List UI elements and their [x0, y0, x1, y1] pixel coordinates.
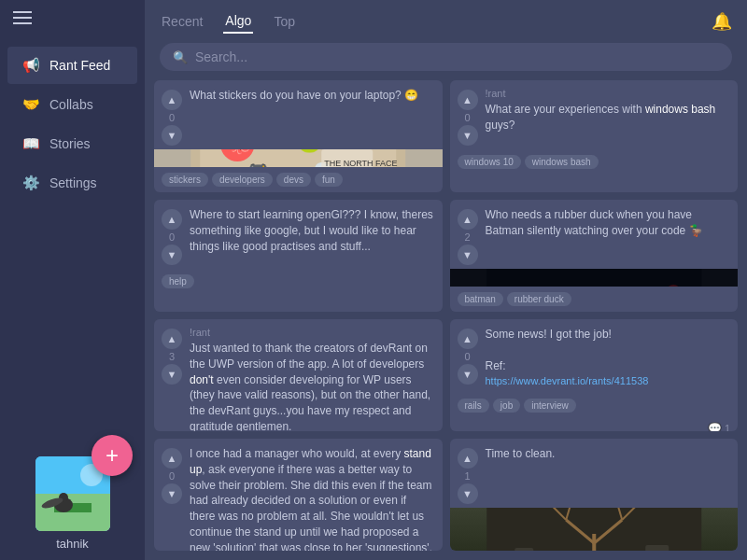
post-text: What stickers do you have on your laptop…	[190, 88, 435, 104]
vote-down-button[interactable]: ▼	[162, 364, 182, 385]
vote-up-button[interactable]: ▲	[458, 209, 478, 230]
post-header: ▲ 0 ▼ I once had a manager who would, at…	[154, 439, 443, 551]
post-image-batman	[450, 269, 739, 287]
post-image-laptop: 🐙 🔥 🐸 🌀 🎮 🦊 💀 🤖 THE NORTH FACE STARTER	[154, 149, 443, 167]
svg-rect-44	[514, 548, 533, 551]
tag[interactable]: interview	[524, 399, 575, 413]
post-content: Time to clean.	[486, 446, 731, 462]
vote-count: 3	[164, 351, 179, 362]
sidebar-item-stories[interactable]: 📖 Stories	[7, 125, 137, 162]
vote-count: 0	[460, 112, 475, 123]
tab-algo[interactable]: Algo	[223, 9, 253, 34]
tag[interactable]: fun	[315, 173, 343, 187]
post-header: ▲ 0 ▼ Where to start learning openGl??? …	[154, 200, 443, 269]
vote-col: ▲ 0 ▼	[458, 88, 478, 146]
tag[interactable]: help	[162, 274, 194, 288]
comment-icon: 💬	[708, 422, 722, 431]
post-header: ▲ 3 ▼ !rant Just wanted to thank the cre…	[154, 319, 443, 431]
settings-icon: ⚙️	[22, 175, 40, 191]
posts-grid: ▲ 0 ▼ What stickers do you have on your …	[145, 80, 747, 560]
sidebar-item-settings[interactable]: ⚙️ Settings	[7, 164, 137, 202]
tab-recent[interactable]: Recent	[160, 10, 204, 33]
post-content: !rant What are your experiences with win…	[486, 88, 731, 133]
tag[interactable]: stickers	[162, 173, 208, 187]
fab-button[interactable]: +	[92, 435, 133, 476]
tab-top[interactable]: Top	[272, 10, 297, 33]
post-content: What stickers do you have on your laptop…	[190, 88, 435, 104]
vote-down-button[interactable]: ▼	[162, 245, 182, 265]
post-card: ▲ 0 ▼ Where to start learning openGl??? …	[154, 200, 443, 312]
tag[interactable]: developers	[212, 173, 273, 187]
sidebar-header	[0, 0, 145, 35]
vote-down-button[interactable]: ▼	[458, 483, 478, 504]
post-author: !rant	[190, 327, 435, 338]
sidebar-item-collabs[interactable]: 🤝 Collabs	[7, 86, 137, 123]
vote-count: 0	[164, 231, 179, 243]
comment-value: 1	[725, 423, 730, 431]
post-header: ▲ 1 ▼ Time to clean.	[450, 439, 739, 508]
sidebar-item-label: Settings	[49, 175, 97, 190]
vote-up-button[interactable]: ▲	[162, 209, 182, 230]
vote-col: ▲ 2 ▼	[458, 207, 478, 265]
vote-col: ▲ 0 ▼	[162, 446, 182, 504]
post-text: Who needs a rubber duck when you have Ba…	[486, 207, 731, 239]
svg-rect-46	[645, 545, 669, 551]
vote-down-button[interactable]: ▼	[458, 245, 478, 265]
hamburger-icon[interactable]	[13, 11, 32, 24]
top-nav: Recent Algo Top 🔔	[145, 0, 747, 43]
post-tags: batman rubber duck	[450, 287, 739, 312]
post-content: I once had a manager who would, at every…	[190, 446, 435, 551]
stories-icon: 📖	[22, 135, 40, 152]
post-image-clean	[450, 508, 739, 551]
vote-count: 0	[460, 351, 475, 362]
post-card: ▲ 0 ▼ Some news! I got the job!Ref:https…	[450, 319, 739, 431]
sidebar-item-label: Stories	[49, 136, 91, 151]
vote-down-button[interactable]: ▼	[162, 483, 182, 504]
vote-up-button[interactable]: ▲	[458, 448, 478, 469]
vote-count: 2	[460, 231, 475, 243]
post-content: Where to start learning openGl??? I know…	[190, 207, 435, 254]
search-icon: 🔍	[173, 50, 188, 64]
sidebar: 📢 Rant Feed 🤝 Collabs 📖 Stories ⚙️ Setti…	[0, 0, 145, 560]
search-bar: 🔍	[145, 43, 747, 80]
post-tags: stickers developers devs fun	[154, 167, 443, 192]
collabs-icon: 🤝	[22, 96, 40, 113]
sidebar-item-rant-feed[interactable]: 📢 Rant Feed	[7, 47, 137, 84]
vote-up-button[interactable]: ▲	[162, 448, 182, 469]
post-card: ▲ 0 ▼ I once had a manager who would, at…	[154, 439, 443, 551]
vote-up-button[interactable]: ▲	[458, 329, 478, 349]
tag[interactable]: batman	[458, 292, 503, 306]
vote-col: ▲ 0 ▼	[162, 88, 182, 146]
comment-count: 💬 1	[708, 422, 730, 431]
tag[interactable]: windows 10	[458, 155, 521, 169]
post-card: ▲ 1 ▼ Time to clean.	[450, 439, 739, 551]
vote-down-button[interactable]: ▼	[458, 125, 478, 146]
vote-up-button[interactable]: ▲	[162, 90, 182, 110]
tag[interactable]: rubber duck	[507, 292, 571, 306]
tag[interactable]: windows bash	[525, 155, 599, 169]
tag[interactable]: job	[493, 399, 520, 413]
post-content: Who needs a rubber duck when you have Ba…	[486, 207, 731, 239]
vote-down-button[interactable]: ▼	[162, 125, 182, 146]
svg-text:🎮: 🎮	[247, 160, 270, 168]
post-card: ▲ 3 ▼ !rant Just wanted to thank the cre…	[154, 319, 443, 431]
sidebar-item-label: Rant Feed	[49, 58, 110, 73]
svg-text:THE NORTH FACE: THE NORTH FACE	[324, 159, 397, 168]
tag[interactable]: rails	[458, 399, 489, 413]
vote-count: 1	[460, 470, 475, 482]
post-tags: rails job interview	[450, 393, 739, 418]
vote-up-button[interactable]: ▲	[162, 329, 182, 349]
search-input[interactable]	[195, 49, 719, 64]
vote-down-button[interactable]: ▼	[458, 364, 478, 385]
search-input-wrap: 🔍	[160, 43, 732, 71]
tag[interactable]: devs	[276, 173, 311, 187]
rant-feed-icon: 📢	[22, 57, 40, 74]
post-header: ▲ 0 ▼ !rant What are your experiences wi…	[450, 80, 739, 149]
vote-up-button[interactable]: ▲	[458, 90, 478, 110]
post-header: ▲ 2 ▼ Who needs a rubber duck when you h…	[450, 200, 739, 269]
vote-col: ▲ 0 ▼	[162, 207, 182, 265]
post-card: ▲ 0 ▼ What stickers do you have on your …	[154, 80, 443, 192]
post-card: ▲ 0 ▼ !rant What are your experiences wi…	[450, 80, 739, 192]
vote-col: ▲ 1 ▼	[458, 446, 478, 504]
notification-icon[interactable]: 🔔	[712, 11, 732, 32]
